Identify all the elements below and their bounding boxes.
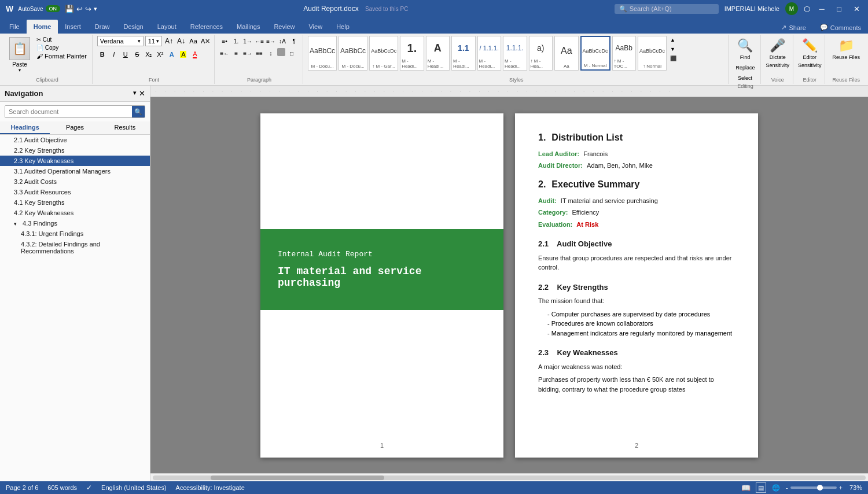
- nav-tab-headings[interactable]: Headings: [0, 121, 50, 134]
- style-item-m-head5[interactable]: 1.1.1. M - Headi...: [503, 36, 527, 71]
- view-print-button[interactable]: ▤: [756, 482, 766, 493]
- font-name-selector[interactable]: Verdana ▾: [97, 36, 144, 46]
- view-read-button[interactable]: 📖: [741, 482, 751, 493]
- bold-button[interactable]: B: [97, 49, 108, 60]
- paste-button[interactable]: 📋 Paste ▾: [6, 36, 34, 74]
- nav-tab-pages[interactable]: Pages: [50, 121, 100, 134]
- editor-sensitivity-button[interactable]: Sensitivity: [798, 62, 822, 68]
- decrease-indent-button[interactable]: ←≡: [254, 36, 264, 46]
- style-item-m-head2[interactable]: A M - Headi...: [426, 36, 450, 71]
- user-avatar[interactable]: M: [785, 2, 798, 15]
- style-item-m-head4[interactable]: / 1.1.1. M - Headi...: [477, 36, 501, 71]
- tab-file[interactable]: File: [2, 20, 27, 34]
- word-count[interactable]: 605 words: [47, 484, 77, 491]
- cut-button[interactable]: ✂ Cut: [35, 36, 89, 43]
- tab-review[interactable]: Review: [267, 20, 301, 34]
- tab-design[interactable]: Design: [116, 20, 150, 34]
- tab-layout[interactable]: Layout: [150, 20, 183, 34]
- minimize-button[interactable]: ─: [816, 3, 827, 14]
- styles-scroll-up[interactable]: ▲: [669, 36, 678, 44]
- language[interactable]: English (United States): [101, 484, 167, 491]
- accessibility-label[interactable]: Accessibility: Investigate: [176, 484, 245, 491]
- horizontal-scrollbar[interactable]: [150, 473, 868, 481]
- hscroll-thumb[interactable]: [211, 475, 384, 480]
- font-size-dropdown[interactable]: ▾: [156, 38, 159, 44]
- nav-item-432[interactable]: 4.3.2: Detailed Findings and Recommendat…: [0, 239, 150, 256]
- nav-search-button[interactable]: 🔍: [132, 105, 145, 118]
- nav-close-button[interactable]: ✕: [139, 89, 145, 98]
- undo-icon[interactable]: ↩: [76, 5, 83, 13]
- close-button[interactable]: ✕: [851, 3, 862, 14]
- superscript-button[interactable]: X²: [155, 49, 165, 60]
- nav-item-22[interactable]: 2.2 Key Strengths: [0, 145, 150, 156]
- page-1[interactable]: Internal Audit Report IT material and se…: [260, 113, 503, 458]
- style-item-normal[interactable]: AaBbCcDc ↑ Normal: [638, 36, 667, 71]
- text-effects-button[interactable]: A: [167, 49, 177, 60]
- nav-item-33[interactable]: 3.3 Audit Resources: [0, 187, 150, 197]
- view-web-button[interactable]: 🌐: [771, 482, 781, 493]
- decrease-font-button[interactable]: A↓: [176, 36, 186, 46]
- replace-button[interactable]: Replace: [733, 64, 757, 72]
- styles-expand[interactable]: ⬛: [669, 54, 678, 62]
- style-item-m-doc1[interactable]: AaBbCc M - Docu...: [308, 36, 337, 71]
- clear-format-button[interactable]: A✕: [200, 36, 211, 46]
- justify-button[interactable]: ≡≡: [254, 48, 264, 58]
- nav-item-42[interactable]: 4.2 Key Weaknesses: [0, 208, 150, 218]
- page-info[interactable]: Page 2 of 6: [6, 484, 38, 491]
- sort-button[interactable]: ↕A: [277, 36, 288, 46]
- document-area[interactable]: Internal Audit Report IT material and se…: [150, 97, 868, 473]
- tab-view[interactable]: View: [301, 20, 329, 34]
- autosave-toggle[interactable]: ON: [46, 5, 61, 12]
- style-item-m-head1[interactable]: 1. M - Headi...: [400, 36, 424, 71]
- maximize-button[interactable]: □: [833, 3, 845, 14]
- increase-indent-button[interactable]: ≡→: [266, 36, 276, 46]
- redo-icon[interactable]: ↪: [85, 5, 91, 13]
- font-name-dropdown[interactable]: ▾: [138, 38, 141, 44]
- text-highlight-button[interactable]: A: [178, 49, 189, 60]
- subscript-button[interactable]: X₂: [144, 49, 154, 60]
- zoom-level[interactable]: 73%: [845, 484, 862, 491]
- styles-scroll-down[interactable]: ▼: [669, 45, 678, 53]
- tab-references[interactable]: References: [183, 20, 230, 34]
- reuse-button[interactable]: 📁 Reuse Files: [830, 36, 862, 61]
- italic-button[interactable]: I: [109, 49, 119, 60]
- find-button[interactable]: 🔍 Find: [733, 36, 756, 61]
- font-color-button[interactable]: A: [190, 49, 200, 60]
- multilevel-button[interactable]: 1→: [242, 36, 253, 46]
- customize-icon[interactable]: ▾: [94, 5, 97, 13]
- tab-help[interactable]: Help: [329, 20, 356, 34]
- show-marks-button[interactable]: ¶: [289, 36, 299, 46]
- copy-button[interactable]: 📄 Copy: [35, 44, 89, 51]
- zoom-out-button[interactable]: -: [786, 484, 788, 491]
- nav-search-input[interactable]: [5, 106, 132, 117]
- borders-button[interactable]: □: [286, 48, 297, 58]
- line-spacing-button[interactable]: ↕: [266, 48, 276, 58]
- style-item-m-hea[interactable]: a) ↑ M - Hea...: [529, 36, 553, 71]
- tab-mailings[interactable]: Mailings: [230, 20, 267, 34]
- nav-tab-results[interactable]: Results: [100, 121, 150, 134]
- align-right-button[interactable]: ≡→: [242, 48, 253, 58]
- nav-item-23[interactable]: 2.3 Key Weaknesses: [0, 156, 150, 166]
- increase-font-button[interactable]: A↑: [164, 36, 174, 46]
- nav-item-43[interactable]: ▾ 4.3 Findings: [0, 218, 150, 228]
- tab-home[interactable]: Home: [27, 20, 58, 34]
- tab-insert[interactable]: Insert: [58, 20, 88, 34]
- style-item-m-head3[interactable]: 1.1 M - Headi...: [451, 36, 475, 71]
- align-center-button[interactable]: ≡: [231, 48, 241, 58]
- editor-button[interactable]: ✏️ Editor: [798, 36, 821, 61]
- nav-item-31[interactable]: 3.1 Audited Operational Managers: [0, 166, 150, 176]
- underline-button[interactable]: U: [120, 49, 131, 60]
- font-size-selector[interactable]: 11 ▾: [145, 36, 162, 46]
- change-case-button[interactable]: Aa: [188, 36, 198, 46]
- nav-options-button[interactable]: ▾: [133, 89, 137, 98]
- shading-button[interactable]: [277, 48, 285, 56]
- tab-draw[interactable]: Draw: [88, 20, 117, 34]
- paste-dropdown[interactable]: ▾: [19, 68, 21, 73]
- share-button[interactable]: ↗ Share: [774, 21, 812, 34]
- zoom-in-button[interactable]: +: [839, 484, 843, 491]
- nav-item-431[interactable]: 4.3.1: Urgent Findings: [0, 228, 150, 239]
- style-item-m-doc2[interactable]: AaBbCc M - Docu...: [339, 36, 367, 71]
- page-2[interactable]: 1. Distribution List Lead Auditor: Franc…: [515, 113, 758, 458]
- select-button[interactable]: Select: [733, 74, 756, 82]
- numbering-button[interactable]: 1.: [231, 36, 241, 46]
